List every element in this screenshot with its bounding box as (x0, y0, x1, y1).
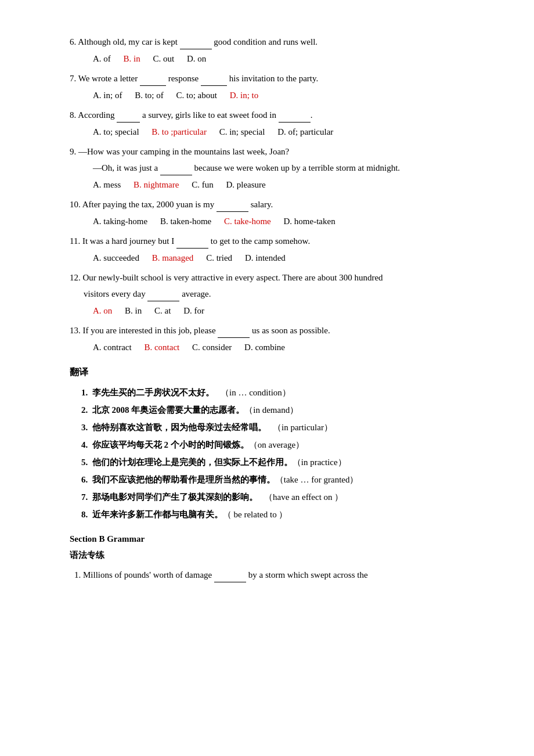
sub-section-title: 语法专练 (70, 548, 488, 562)
q10-optC: C. take-home (224, 217, 271, 226)
q12-blank (147, 287, 179, 301)
q11-number: 11. It was a hard journey but I (70, 236, 176, 246)
q8-options: A. to; special B. to ;particular C. in; … (93, 125, 488, 139)
q8-number: 8. According (70, 110, 117, 120)
q9-optC: C. fun (192, 180, 214, 189)
q12-options: A. on B. in C. at D. for (93, 304, 488, 318)
q8-optD: D. of; particular (277, 127, 333, 136)
q7-number: 7. We wrote a letter (70, 74, 140, 83)
q11-blank (176, 234, 208, 249)
trans-2-number: 2. (81, 405, 88, 415)
trans-1-number: 1. (81, 388, 88, 397)
q9-optB: B. nightmare (134, 180, 179, 189)
q10-optB: B. taken-home (160, 217, 211, 226)
trans-8-hint: （ be related to ） (223, 510, 288, 519)
question-10-text: 10. After paying the tax, 2000 yuan is m… (70, 197, 488, 212)
trans-8-chinese: 近年来许多新工作都与电脑有关。 (92, 510, 223, 519)
trans-item-7: 7. 那场电影对同学们产生了极其深刻的影响。 （have an effect o… (81, 490, 488, 504)
trans-item-4: 4. 你应该平均每天花 2 个小时的时间锻炼。（on average） (81, 438, 488, 452)
q7-blank1 (140, 71, 166, 86)
q12-text-line2: visitors every day (84, 289, 147, 298)
q10-text-after: salary. (248, 200, 273, 209)
q12-optB: B. in (125, 306, 142, 315)
q6-text-after: good condition and runs well. (212, 37, 317, 46)
q7-optB: B. to; of (135, 91, 164, 100)
q9-text-after: because we were woken up by a terrible s… (192, 163, 400, 172)
question-6-text: 6. Although old, my car is kept good con… (70, 35, 488, 49)
question-11-text: 11. It was a hard journey but I to get t… (70, 234, 488, 249)
q13-options: A. contract B. contact C. consider D. co… (93, 340, 488, 354)
q10-options: A. taking-home B. taken-home C. take-hom… (93, 214, 488, 228)
q11-optD: D. intended (245, 253, 286, 262)
question-11: 11. It was a hard journey but I to get t… (70, 234, 488, 265)
sb-q1-text: 1. Millions of pounds' worth of damage b… (74, 568, 488, 582)
q6-optC: C. out (153, 54, 175, 63)
q8-blank2 (279, 108, 311, 123)
trans-1-hint: （in … condition） (221, 388, 291, 397)
q13-optD: D. combine (244, 343, 285, 352)
q9-dialogue2: —Oh, it was just a (93, 163, 160, 172)
question-8-text: 8. According a survey, girls like to eat… (70, 108, 488, 123)
trans-6-hint: （take … for granted） (275, 475, 359, 484)
q8-optC: C. in; special (219, 127, 265, 136)
q7-optD: D. in; to (230, 91, 259, 100)
trans-5-number: 5. (81, 458, 88, 467)
q8-optA: A. to; special (93, 127, 139, 136)
q6-blank (180, 35, 212, 49)
trans-4-number: 4. (81, 440, 88, 449)
trans-4-chinese: 你应该平均每天花 2 个小时的时间锻炼。 (92, 440, 249, 449)
q12-optA: A. on (93, 306, 112, 315)
trans-item-6: 6. 我们不应该把他的帮助看作是理所当然的事情。（take … for gran… (81, 473, 488, 487)
trans-1-chinese: 李先生买的二手房状况不太好。 (92, 388, 214, 397)
q8-text-after: . (311, 110, 313, 120)
trans-2-hint: （in demand） (244, 405, 298, 415)
question-12-text: 12. Our newly-built school is very attra… (70, 271, 488, 285)
translation-title: 翻译 (70, 365, 488, 380)
trans-6-chinese: 我们不应该把他的帮助看作是理所当然的事情。 (92, 475, 275, 484)
sb-q1-text-after: by a storm which swept across the (246, 570, 368, 579)
question-10: 10. After paying the tax, 2000 yuan is m… (70, 197, 488, 228)
q7-text-after: his invitation to the party. (227, 74, 318, 83)
sb-q1-blank (214, 568, 246, 582)
trans-3-number: 3. (81, 423, 88, 432)
q6-optA: A. of (93, 54, 111, 63)
q10-blank (217, 197, 248, 212)
q13-blank (218, 323, 250, 338)
q12-optD: D. for (183, 306, 204, 315)
trans-item-2: 2. 北京 2008 年奥运会需要大量的志愿者。（in demand） (81, 403, 488, 417)
q9-number: 9. —How was your camping in the mountain… (70, 147, 289, 156)
trans-4-hint: （on average） (249, 440, 304, 449)
trans-7-hint: （have an effect on ） (264, 492, 343, 502)
q11-text-after: to get to the camp somehow. (208, 236, 310, 246)
trans-3-hint: （in particular） (273, 423, 333, 432)
q6-optD: D. on (187, 54, 206, 63)
q9-optD: D. pleasure (226, 180, 265, 189)
trans-7-number: 7. (81, 492, 88, 502)
trans-3-chinese: 他特别喜欢这首歌，因为他母亲过去经常唱。 (92, 423, 266, 432)
question-9-dialogue2: —Oh, it was just a because we were woken… (93, 161, 488, 175)
trans-7-chinese: 那场电影对同学们产生了极其深刻的影响。 (92, 492, 258, 502)
q13-optA: A. contract (93, 343, 132, 352)
q6-number: 6. Although old, my car is kept (70, 37, 180, 46)
question-12-text2: visitors every day average. (84, 287, 488, 301)
question-7-text: 7. We wrote a letter response his invita… (70, 71, 488, 86)
question-12: 12. Our newly-built school is very attra… (70, 271, 488, 318)
trans-item-8: 8. 近年来许多新工作都与电脑有关。（ be related to ） (81, 507, 488, 521)
trans-6-number: 6. (81, 475, 88, 484)
q13-text-after: us as soon as possible. (250, 326, 330, 335)
q12-optC: C. at (154, 306, 171, 315)
q8-blank1 (117, 108, 140, 123)
q7-optC: C. to; about (176, 91, 217, 100)
question-9-dialogue1: 9. —How was your camping in the mountain… (70, 145, 488, 159)
question-8: 8. According a survey, girls like to eat… (70, 108, 488, 139)
question-13-text: 13. If you are interested in this job, p… (70, 323, 488, 338)
q13-number: 13. If you are interested in this job, p… (70, 326, 218, 335)
question-7: 7. We wrote a letter response his invita… (70, 71, 488, 102)
q7-options: A. in; of B. to; of C. to; about D. in; … (93, 88, 488, 102)
q10-optD: D. home-taken (284, 217, 335, 226)
q11-optC: C. tried (206, 253, 232, 262)
section-b-question-1: 1. Millions of pounds' worth of damage b… (70, 568, 488, 582)
trans-8-number: 8. (81, 510, 88, 519)
trans-item-5: 5. 他们的计划在理论上是完美的，但实际上不起作用。（in practice） (81, 455, 488, 469)
q9-options: A. mess B. nightmare C. fun D. pleasure (93, 178, 488, 192)
